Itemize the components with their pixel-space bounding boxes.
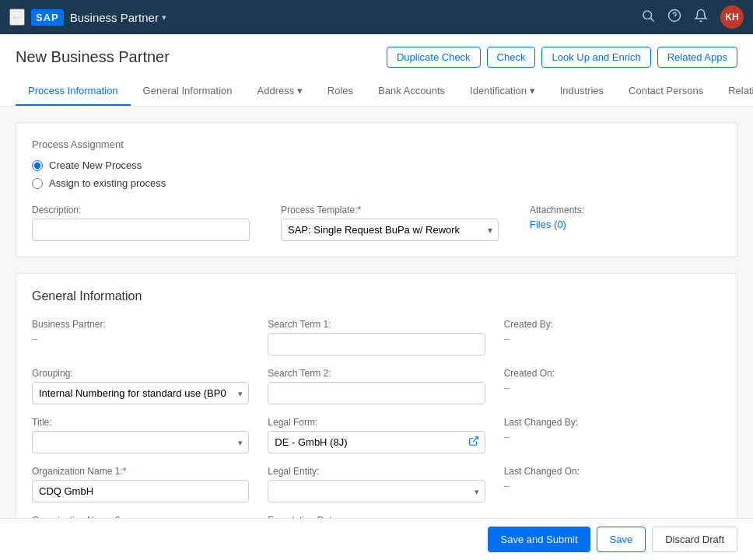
tab-address[interactable]: Address ▾ <box>245 77 315 106</box>
legal-form-ext-link-icon[interactable] <box>468 436 479 449</box>
help-icon[interactable] <box>667 9 681 26</box>
last-changed-by-value: – <box>504 431 721 443</box>
process-fields-row: Description: Process Template:* SAP: Sin… <box>32 205 721 241</box>
app-title-text: Business Partner <box>70 11 159 24</box>
legal-form-input[interactable] <box>268 431 485 453</box>
general-info-row-1: Business Partner: – Search Term 1: Creat… <box>32 319 721 355</box>
legal-entity-select[interactable] <box>268 480 485 502</box>
process-template-select[interactable]: SAP: Single Request BuPa w/ Rework <box>281 219 499 241</box>
attachments-field: Attachments: Files (0) <box>530 205 584 230</box>
related-apps-button[interactable]: Related Apps <box>657 47 737 68</box>
description-label: Description: <box>32 205 250 215</box>
created-on-label: Created On: <box>504 368 721 379</box>
check-button[interactable]: Check <box>487 47 536 68</box>
last-changed-on-label: Last Changed On: <box>504 466 721 477</box>
last-changed-on-field: Last Changed On: – <box>504 466 721 502</box>
last-changed-on-value: – <box>504 480 721 492</box>
tab-navigation: Process Information General Information … <box>16 77 737 106</box>
general-information-section: General Information Business Partner: – … <box>16 273 737 560</box>
tab-contact-persons[interactable]: Contact Persons <box>616 77 716 106</box>
radio-create-new[interactable]: Create New Process <box>32 159 721 171</box>
search-term-2-label: Search Term 2: <box>268 368 485 379</box>
page-header: New Business Partner Duplicate Check Che… <box>0 34 753 107</box>
tab-bank-accounts[interactable]: Bank Accounts <box>366 77 457 106</box>
legal-entity-field: Legal Entity: ▾ <box>268 466 485 502</box>
search-term-1-label: Search Term 1: <box>268 319 485 330</box>
process-template-label: Process Template:* <box>281 205 499 215</box>
search-term-2-input[interactable] <box>268 382 485 404</box>
duplicate-check-button[interactable]: Duplicate Check <box>387 47 481 68</box>
title-label: Title: <box>32 417 249 428</box>
radio-assign-existing-input[interactable] <box>32 178 43 189</box>
discard-draft-button[interactable]: Discard Draft <box>652 527 737 552</box>
save-and-submit-button[interactable]: Save and Submit <box>488 527 590 552</box>
grouping-select[interactable]: Internal Numbering for standard use (BP0… <box>32 382 249 404</box>
grouping-label: Grouping: <box>32 368 249 379</box>
created-on-value: – <box>504 382 721 394</box>
general-info-row-4: Organization Name 1:* Legal Entity: ▾ La… <box>32 466 721 502</box>
created-on-field: Created On: – <box>504 368 721 404</box>
tab-general-information[interactable]: General Information <box>131 77 245 106</box>
org-name-1-label: Organization Name 1:* <box>32 466 249 477</box>
search-term-1-input[interactable] <box>268 333 485 355</box>
radio-assign-existing-label: Assign to existing process <box>49 177 166 189</box>
general-information-heading: General Information <box>32 289 721 303</box>
tab-relationships[interactable]: Relationships <box>716 77 753 106</box>
created-by-value: – <box>504 333 721 345</box>
last-changed-by-field: Last Changed By: – <box>504 417 721 453</box>
look-up-button[interactable]: Look Up and Enrich <box>541 47 650 68</box>
main-content: Process Assignment Create New Process As… <box>0 107 753 560</box>
process-assignment-label: Process Assignment <box>32 138 721 150</box>
tab-identification[interactable]: Identification ▾ <box>457 77 548 106</box>
search-term-2-field: Search Term 2: <box>268 368 485 404</box>
legal-form-field: Legal Form: <box>268 417 485 453</box>
svg-point-0 <box>643 11 652 19</box>
sap-logo: SAP <box>31 9 64 26</box>
search-icon[interactable] <box>641 9 655 26</box>
bottom-action-bar: Save and Submit Save Discard Draft <box>0 518 753 560</box>
save-button[interactable]: Save <box>597 527 646 552</box>
process-template-field: Process Template:* SAP: Single Request B… <box>281 205 499 241</box>
title-select[interactable] <box>32 431 249 453</box>
process-assignment-section: Process Assignment Create New Process As… <box>16 122 737 257</box>
attachments-link[interactable]: Files (0) <box>530 219 584 230</box>
attachments-label: Attachments: <box>530 205 584 215</box>
radio-create-new-label: Create New Process <box>49 159 142 171</box>
description-field: Description: <box>32 205 250 241</box>
radio-create-new-input[interactable] <box>32 160 43 171</box>
grouping-field: Grouping: Internal Numbering for standar… <box>32 368 249 404</box>
org-name-1-input[interactable] <box>32 480 249 502</box>
app-title-chevron-icon[interactable]: ▾ <box>162 12 166 23</box>
description-input[interactable] <box>32 219 250 241</box>
header-action-buttons: Duplicate Check Check Look Up and Enrich… <box>387 47 737 68</box>
legal-entity-select-wrapper: ▾ <box>268 480 485 502</box>
svg-line-1 <box>650 18 653 21</box>
business-partner-label: Business Partner: <box>32 319 249 330</box>
tab-industries[interactable]: Industries <box>548 77 616 106</box>
svg-line-4 <box>472 437 477 442</box>
created-by-field: Created By: – <box>504 319 721 355</box>
process-template-select-wrapper: SAP: Single Request BuPa w/ Rework ▾ <box>281 219 499 241</box>
last-changed-by-label: Last Changed By: <box>504 417 721 428</box>
legal-form-label: Legal Form: <box>268 417 485 428</box>
top-bar-icons: KH <box>641 5 744 29</box>
org-name-1-field: Organization Name 1:* <box>32 466 249 502</box>
business-partner-field: Business Partner: – <box>32 319 249 355</box>
page-header-top: New Business Partner Duplicate Check Che… <box>16 47 737 68</box>
tab-roles[interactable]: Roles <box>315 77 366 106</box>
legal-form-input-wrapper <box>268 431 485 453</box>
search-term-1-field: Search Term 1: <box>268 319 485 355</box>
tab-process-information[interactable]: Process Information <box>16 77 131 106</box>
title-field: Title: ▾ <box>32 417 249 453</box>
user-avatar[interactable]: KH <box>720 5 744 29</box>
grouping-select-wrapper: Internal Numbering for standard use (BP0… <box>32 382 249 404</box>
general-info-row-3: Title: ▾ Legal Form: Last Cha <box>32 417 721 453</box>
general-info-row-2: Grouping: Internal Numbering for standar… <box>32 368 721 404</box>
notification-icon[interactable] <box>694 9 708 26</box>
created-by-label: Created By: <box>504 319 721 330</box>
radio-assign-existing[interactable]: Assign to existing process <box>32 177 721 189</box>
back-button[interactable]: ← <box>9 9 25 26</box>
app-title-label: Business Partner ▾ <box>70 11 166 24</box>
business-partner-value: – <box>32 333 249 345</box>
top-navigation-bar: ← SAP Business Partner ▾ KH <box>0 0 753 34</box>
